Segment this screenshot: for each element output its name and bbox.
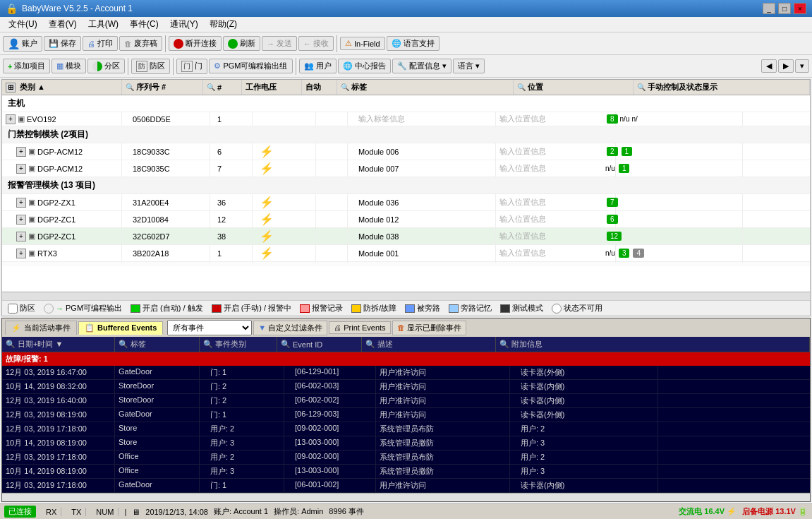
add-item-button[interactable]: + 添加项目 bbox=[3, 59, 50, 73]
voltage-ok-icon: ⚡ bbox=[260, 196, 274, 209]
table-row[interactable]: + ▣ RTX3 3B202A18 1 ⚡ Module 001 输入位置信息 … bbox=[2, 245, 810, 262]
infield-button[interactable]: ⚠ In-Field bbox=[340, 37, 385, 50]
send-icon: → bbox=[267, 40, 274, 48]
col-location[interactable]: 🔍 位置 bbox=[514, 80, 634, 95]
show-deleted-icon: 🗑 bbox=[397, 323, 405, 332]
print-events-button[interactable]: 🖨 Print Events bbox=[329, 321, 390, 334]
menu-file[interactable]: 文件(U) bbox=[3, 17, 43, 32]
refresh-button[interactable]: 刷新 bbox=[223, 36, 260, 51]
expand-row-button[interactable]: + bbox=[16, 215, 26, 225]
send-button[interactable]: → 发送 bbox=[262, 36, 297, 51]
module-button[interactable]: ▦ 模块 bbox=[51, 59, 86, 73]
menu-events[interactable]: 事件(C) bbox=[124, 17, 164, 32]
expand-row-button[interactable]: + bbox=[16, 249, 26, 258]
table-row[interactable]: + ▣ DGP2-ZC1 32D10084 12 ⚡ Module 012 输入… bbox=[2, 211, 810, 228]
print-button[interactable]: 🖨 打印 bbox=[83, 36, 118, 51]
event-filter-select[interactable]: 所有事件 故障/报警 系统事件 访问事件 bbox=[167, 320, 252, 335]
user-button[interactable]: 👥 用户 bbox=[299, 59, 337, 73]
table-row[interactable]: + ▣ DGP2-ZX1 31A200E4 36 ⚡ Module 036 输入… bbox=[2, 194, 810, 211]
print-icon: 🖨 bbox=[87, 40, 95, 48]
central-report-button[interactable]: 🌐 中心报告 bbox=[338, 59, 391, 73]
event-row[interactable]: 12月 03, 2019 17:18:00 GateDoor 门: 1 [06-… bbox=[2, 479, 810, 493]
receive-icon: ← bbox=[303, 40, 311, 48]
menu-view[interactable]: 查看(V) bbox=[43, 17, 83, 32]
custom-filter-button[interactable]: ▼ 自定义过滤条件 bbox=[253, 321, 327, 335]
backup-power: 启备电源 13.1V 🔋 bbox=[742, 506, 808, 517]
config-button[interactable]: 🔧 配置信息 ▾ bbox=[392, 59, 452, 73]
table-row[interactable]: + ▣ EVO192 0506DD5E 1 输入标签信息 输入位置信息 8 n/… bbox=[2, 112, 810, 126]
menu-tools[interactable]: 工具(W) bbox=[83, 17, 124, 32]
table-row[interactable] bbox=[2, 262, 810, 266]
show-deleted-button[interactable]: 🗑 显示已删除事件 bbox=[392, 321, 466, 335]
tab-current-events[interactable]: ⚡ 当前活动事件 bbox=[5, 321, 77, 335]
disconnect-icon bbox=[174, 39, 183, 49]
expand-all-button[interactable]: ⊞ bbox=[6, 83, 16, 93]
expand-row-button[interactable]: + bbox=[16, 198, 26, 208]
event-row[interactable]: 10月 14, 2019 08:19:00 Office 用户: 3 [13-0… bbox=[2, 465, 810, 479]
nav-forward-button[interactable]: ▶ bbox=[778, 59, 794, 73]
event-col-info[interactable]: 🔍 附加信息 bbox=[496, 337, 810, 352]
zone-checkbox[interactable] bbox=[8, 304, 18, 314]
event-row[interactable]: 10月 14, 2019 08:19:00 Store 用户: 3 [13-00… bbox=[2, 436, 810, 451]
receive-button[interactable]: ← 接收 bbox=[298, 36, 334, 51]
event-col-eventid[interactable]: 🔍 Event ID bbox=[277, 337, 362, 352]
account-icon: 👤 bbox=[8, 38, 20, 49]
door-button[interactable]: 门 门 bbox=[176, 59, 207, 74]
event-row[interactable]: 10月 14, 2019 08:32:00 StoreDoor 门: 2 [06… bbox=[2, 380, 810, 394]
maximize-button[interactable]: □ bbox=[778, 3, 791, 14]
nav-back-button[interactable]: ◀ bbox=[761, 59, 777, 73]
col-auto[interactable]: 自动 bbox=[302, 80, 337, 95]
pgm-button[interactable]: ⚙ PGM可编程输出组 bbox=[209, 59, 292, 73]
table-row[interactable]: + ▣ DGP-ACM12 18C9033C 6 ⚡ Module 006 输入… bbox=[2, 143, 810, 160]
nav-dropdown-button[interactable]: ▾ bbox=[795, 59, 809, 73]
legend-bypass-memory: 旁路记忆 bbox=[449, 303, 492, 314]
event-row[interactable]: 12月 03, 2019 17:18:00 Office 用户: 2 [09-0… bbox=[2, 451, 810, 465]
expand-row-button[interactable]: + bbox=[16, 147, 26, 157]
col-category[interactable]: ⊞ 类别 ▲ bbox=[2, 80, 122, 95]
save-button[interactable]: 💾 保存 bbox=[44, 36, 81, 51]
event-col-desc[interactable]: 🔍 描述 bbox=[362, 337, 496, 352]
discard-button[interactable]: 🗑 废弃稿 bbox=[119, 36, 162, 51]
expand-row-button[interactable]: + bbox=[16, 232, 26, 241]
backup-power-icon: 🔋 bbox=[798, 507, 808, 515]
table-row[interactable]: + ▣ DGP-ACM12 18C9035C 7 ⚡ Module 007 输入… bbox=[2, 160, 810, 177]
table-hscroll[interactable] bbox=[2, 292, 810, 300]
discard-icon: 🗑 bbox=[124, 40, 132, 48]
event-row[interactable]: 12月 03, 2019 08:19:00 GateDoor 门: 1 [06-… bbox=[2, 408, 810, 422]
menu-bar: 文件(U) 查看(V) 工具(W) 事件(C) 通讯(Y) 帮助(Z) bbox=[0, 17, 812, 32]
event-filter-area: 所有事件 故障/报警 系统事件 访问事件 bbox=[167, 320, 252, 335]
expand-row-button[interactable]: + bbox=[6, 114, 16, 124]
connection-status: 已连接 bbox=[4, 506, 36, 518]
partition-button[interactable]: 分区 bbox=[87, 59, 125, 73]
menu-help[interactable]: 帮助(Z) bbox=[204, 17, 243, 32]
tab-buffered-events[interactable]: 📋 Buffered Events bbox=[78, 321, 163, 335]
filter-icon: ▼ bbox=[258, 323, 266, 332]
col-manual[interactable]: 🔍 手动控制及状态显示 bbox=[634, 80, 810, 95]
event-body: 故障/报警: 1 12月 03, 2019 16:47:00 GateDoor … bbox=[2, 352, 810, 493]
event-row[interactable]: 12月 03, 2019 17:18:00 Store 用户: 2 [09-00… bbox=[2, 422, 810, 436]
toolbar-2: + 添加项目 ▦ 模块 分区 防 防区 门 门 ⚙ PGM可编程输出组 👥 用户… bbox=[0, 55, 812, 78]
status-datetime: 2019/12/13, 14:08 bbox=[145, 508, 208, 516]
event-col-label[interactable]: 🔍 标签 bbox=[115, 337, 200, 352]
zone-button[interactable]: 防 防区 bbox=[131, 59, 170, 74]
menu-comms[interactable]: 通讯(Y) bbox=[164, 17, 204, 32]
close-button[interactable]: × bbox=[794, 3, 806, 14]
col-voltage[interactable]: 工作电压 bbox=[242, 80, 302, 95]
expand-row-button[interactable]: + bbox=[16, 164, 26, 174]
event-col-datetime[interactable]: 🔍 日期+时间 ▼ bbox=[2, 337, 115, 352]
ac-power: 交流电 16.4V ⚡ bbox=[679, 506, 737, 517]
account-button[interactable]: 👤 账户 bbox=[3, 36, 42, 52]
minimize-button[interactable]: _ bbox=[763, 3, 775, 14]
event-row[interactable]: 12月 03, 2019 16:47:00 GateDoor 门: 1 [06-… bbox=[2, 366, 810, 380]
event-hscroll[interactable] bbox=[2, 493, 810, 501]
table-row[interactable]: + ▣ DGP2-ZC1 32C602D7 38 ⚡ Module 038 输入… bbox=[2, 228, 810, 245]
event-row[interactable]: 12月 03, 2019 16:40:00 StoreDoor 门: 2 [06… bbox=[2, 394, 810, 408]
event-col-category[interactable]: 🔍 事件类别 bbox=[200, 337, 277, 352]
language-button[interactable]: 语言 ▾ bbox=[453, 59, 485, 73]
current-events-icon: ⚡ bbox=[11, 323, 21, 333]
disconnect-button[interactable]: 断开连接 bbox=[169, 36, 222, 51]
col-num[interactable]: 🔍 # bbox=[203, 80, 242, 95]
col-tag[interactable]: 🔍 标签 bbox=[337, 80, 514, 95]
language-support-button[interactable]: 🌐 语言支持 bbox=[387, 36, 440, 51]
col-serial[interactable]: 🔍 序列号 # bbox=[122, 80, 203, 95]
